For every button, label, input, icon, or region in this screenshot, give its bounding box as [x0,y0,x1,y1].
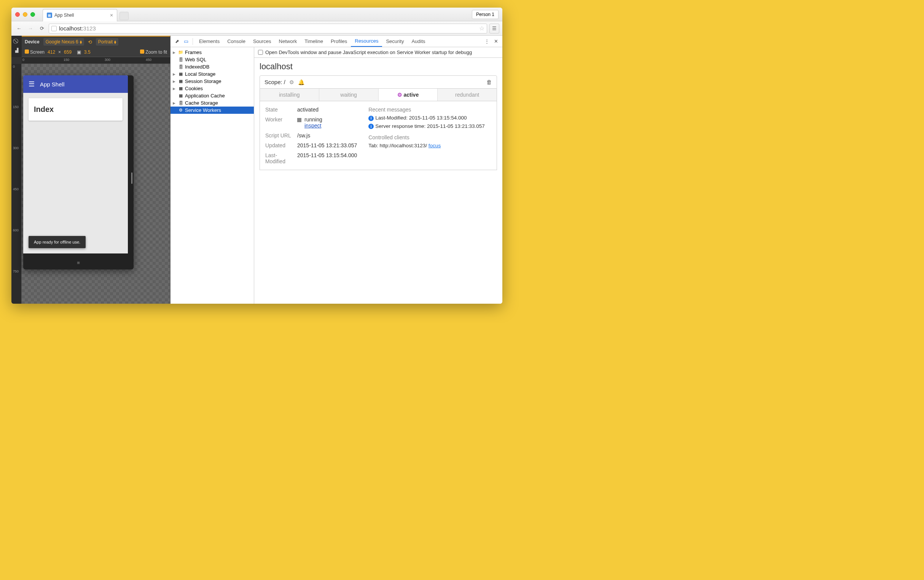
zoom-checkbox[interactable] [140,49,144,54]
address-bar[interactable]: localhost:3123 ☆ [49,24,487,33]
sw-tab-waiting[interactable]: waiting [319,89,379,101]
sw-tab-installing[interactable]: installing [260,89,319,101]
stairs-icon[interactable]: ▟ [15,48,18,53]
focus-link[interactable]: focus [428,143,441,148]
state-value: activated [297,107,357,113]
app-title: App Shell [40,81,64,87]
maximize-window-button[interactable] [30,12,35,17]
device-gutter: ⃠ ▟ [12,36,22,57]
resources-main: Open DevTools window and pause JavaScrip… [254,47,502,304]
tree-item-cookies[interactable]: ▶▦Cookies [170,85,254,92]
devtools-tab-elements[interactable]: Elements [195,36,223,47]
orientation-select[interactable]: Portrait ▴▾ [96,38,119,46]
toast-message: App ready for offline use. [28,236,86,248]
page-icon [51,26,57,31]
stop-icon[interactable] [297,118,301,122]
devtools-tab-timeline[interactable]: Timeline [301,36,327,47]
device-select[interactable]: Google Nexus 6 ▴▾ [43,38,84,46]
bookmark-star-icon[interactable]: ☆ [479,25,484,32]
devtools-tab-profiles[interactable]: Profiles [327,36,351,47]
screen-label: Screen [30,49,44,55]
gear-plus-icon[interactable]: ⚙ [289,79,294,85]
devtools-tab-security[interactable]: Security [382,36,408,47]
recent-heading: Recent messages [368,107,491,113]
screen-width[interactable]: 412 [48,49,55,55]
chevron-updown-icon: ▴▾ [114,40,116,44]
devtools-tab-resources[interactable]: Resources [351,36,382,47]
forward-button[interactable]: → [26,24,35,33]
recent-msg: iLast-Modified: 2015-11-05 13:15:54.000 [368,115,491,121]
device-label: Device [25,39,40,44]
phone-frame: ☰ App Shell Index App ready for offline … [23,75,133,269]
origin-heading: localhost [260,62,497,72]
devtools-tab-sources[interactable]: Sources [249,36,275,47]
devtools-panel: ⬈ ▭ ElementsConsoleSourcesNetworkTimelin… [170,36,502,304]
clients-heading: Controlled clients [368,134,491,140]
close-devtools-icon[interactable]: ✕ [492,38,500,44]
bell-icon[interactable]: 🔔 [298,79,305,85]
card-heading: Index [34,105,117,114]
tree-item-service-workers[interactable]: ⚙Service Workers [170,107,254,114]
sw-tab-redundant[interactable]: redundant [438,89,497,101]
content-card: Index [28,98,122,121]
inspect-icon[interactable]: ⬈ [173,38,181,44]
devtools-tab-audits[interactable]: Audits [408,36,429,47]
close-tab-button[interactable]: × [110,13,113,18]
sw-tab-active[interactable]: ⚙ active [379,89,438,101]
favicon-icon: ▤ [47,13,52,18]
info-icon: i [368,116,374,121]
scroll-indicator [131,172,132,184]
minimize-window-button[interactable] [23,12,27,17]
home-bar-icon: ≡ [77,260,80,266]
device-mode-icon[interactable]: ▭ [182,38,190,44]
close-window-button[interactable] [15,12,20,17]
lastmod-value: 2015-11-05 13:15:54.000 [297,152,357,165]
titlebar: ▤ App Shell × Person 1 [12,8,502,21]
inspect-link[interactable]: inspect [305,122,321,129]
tree-item-frames[interactable]: ▶📁Frames [170,49,254,56]
back-button[interactable]: ← [15,24,24,33]
browser-tab[interactable]: ▤ App Shell × [43,9,117,21]
reload-button[interactable]: ⟳ [37,24,46,33]
scope-label: Scope: / [265,79,285,85]
tree-item-session-storage[interactable]: ▶▦Session Storage [170,77,254,85]
tree-item-local-storage[interactable]: ▶▦Local Storage [170,71,254,77]
sw-state-tabs: installingwaiting⚙ activeredundant [260,89,497,101]
ruler-vertical: 0 150 300 450 600 750 [12,64,22,304]
pause-on-start-checkbox[interactable] [258,50,263,55]
content-area: ⃠ ▟ Device Google Nexus 6 ▴▾ ⟲ Portrait … [12,36,502,304]
recent-msg: iServer response time: 2015-11-05 13:21:… [368,123,491,129]
times-icon: × [58,49,61,55]
chevron-updown-icon: ▴▾ [80,40,82,44]
menu-button[interactable]: ☰ [489,24,499,33]
client-row: Tab: http://localhost:3123/ focus [368,143,491,148]
worker-value: runninginspect [297,117,357,129]
devtools-tab-console[interactable]: Console [223,36,249,47]
traffic-lights [15,12,35,17]
url-text: localhost:3123 [59,25,477,31]
screen-bar: Screen 412 × 659 ▣ 3.5 Zoom to fit [22,47,170,57]
devtools-tab-network[interactable]: Network [275,36,301,47]
worker-key: Worker [265,117,292,129]
screen-checkbox[interactable] [25,49,29,54]
tree-item-cache-storage[interactable]: ▶🗄Cache Storage [170,99,254,107]
device-bar: Device Google Nexus 6 ▴▾ ⟲ Portrait ▴▾ [22,36,170,47]
screen-height[interactable]: 659 [64,49,72,55]
scope-bar: Scope: / ⚙ 🔔 🗑 [260,75,497,89]
new-tab-button[interactable] [120,12,128,20]
dpr-value[interactable]: 3.5 [84,49,91,55]
script-value: /sw.js [297,132,357,138]
swap-icon[interactable]: ⟲ [88,39,92,45]
updated-key: Updated [265,142,292,148]
kebab-icon[interactable]: ⋮ [483,38,491,44]
device-emulation-panel: ⃠ ▟ Device Google Nexus 6 ▴▾ ⟲ Portrait … [12,36,170,304]
tree-item-web-sql[interactable]: 🗄Web SQL [170,56,254,63]
hamburger-icon[interactable]: ☰ [28,80,35,88]
profile-button[interactable]: Person 1 [472,10,499,19]
device-viewport: ☰ App Shell Index App ready for offline … [22,64,170,304]
trash-icon[interactable]: 🗑 [486,79,492,85]
phone-screen[interactable]: ☰ App Shell Index App ready for offline … [23,75,128,254]
tab-title: App Shell [54,13,108,18]
tree-item-application-cache[interactable]: ▦Application Cache [170,92,254,99]
tree-item-indexeddb[interactable]: 🗄IndexedDB [170,63,254,71]
